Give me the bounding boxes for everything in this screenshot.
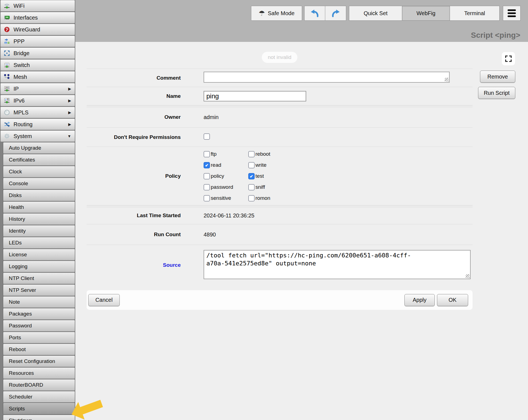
sidebar-item-scripts[interactable]: Scripts [3, 403, 75, 414]
sidebar-item-interfaces[interactable]: Interfaces [0, 12, 75, 23]
sidebar-item-reboot[interactable]: Reboot [3, 344, 75, 355]
owner-label: Owner [87, 114, 204, 120]
comment-row: Comment [87, 69, 473, 87]
sidebar-item-resources[interactable]: Resources [3, 367, 75, 379]
cancel-button[interactable]: Cancel [88, 294, 120, 306]
sidebar-item-disks[interactable]: Disks [3, 190, 75, 201]
sidebar-item-routerboard[interactable]: RouterBOARD [3, 379, 75, 391]
chevron-right-icon: ▶ [68, 122, 71, 126]
tab-quick-set[interactable]: Quick Set [349, 6, 402, 21]
write-checkbox[interactable] [248, 162, 255, 168]
tab-terminal[interactable]: Terminal [450, 6, 500, 21]
fullscreen-icon [505, 55, 512, 62]
tab-webfig[interactable]: WebFig [402, 6, 450, 21]
safe-mode-button[interactable]: ☂ Safe Mode [251, 6, 302, 21]
sidebar-item-ntp-client[interactable]: NTP Client [3, 273, 75, 284]
status-badge: not invalid [262, 52, 298, 63]
redo-button[interactable] [325, 6, 346, 21]
sidebar-item-leds[interactable]: LEDs [3, 237, 75, 249]
sidebar-item-routing[interactable]: Routing▶ [0, 119, 75, 130]
safe-mode-label: Safe Mode [268, 10, 295, 17]
sidebar-item-certificates[interactable]: Certificates [3, 154, 75, 166]
sidebar-item-auto-upgrade[interactable]: Auto Upgrade [3, 142, 75, 154]
wireguard-icon [3, 26, 10, 33]
sidebar-item-note[interactable]: Note [3, 296, 75, 308]
sidebar-item-logging[interactable]: Logging [3, 261, 75, 272]
sidebar-item-health[interactable]: Health [3, 201, 75, 213]
sidebar-item-ipv6[interactable]: 6IPv6▶ [0, 95, 75, 106]
policy-option-label: password [211, 184, 233, 190]
sidebar-item-system[interactable]: System▼ [0, 130, 75, 142]
sidebar-item-label: Resources [9, 370, 34, 376]
sidebar-item-shutdown[interactable]: Shutdown [3, 415, 75, 420]
sidebar-item-mesh[interactable]: Mesh [0, 71, 75, 83]
mpls-icon [3, 109, 10, 116]
sidebar-item-history[interactable]: History [3, 213, 75, 225]
ip-icon: 255 [3, 85, 10, 92]
policy-option-label: romon [255, 195, 270, 201]
sidebar-item-scheduler[interactable]: Scheduler [3, 391, 75, 403]
sidebar-item-console[interactable]: Console [3, 178, 75, 189]
romon-checkbox[interactable] [248, 195, 255, 201]
source-label: Source [87, 262, 204, 268]
sidebar-item-ports[interactable]: Ports [3, 332, 75, 343]
dont-require-permissions-label: Don't Require Permissions [87, 134, 204, 140]
menu-button[interactable] [503, 6, 521, 21]
sensitive-checkbox[interactable] [204, 195, 210, 201]
name-row: Name [87, 87, 473, 105]
sidebar-item-bridge[interactable]: Bridge [0, 47, 75, 59]
remove-button[interactable]: Remove [480, 71, 515, 83]
sidebar-item-ip[interactable]: 255IP▶ [0, 83, 75, 95]
sidebar-item-password[interactable]: Password [3, 320, 75, 332]
bridge-icon [3, 50, 10, 56]
form-actions-bar: Cancel Apply OK [87, 290, 473, 310]
name-input[interactable] [204, 91, 306, 101]
sidebar-item-label: System [14, 133, 32, 139]
password-checkbox[interactable] [204, 184, 210, 190]
sniff-checkbox[interactable] [248, 184, 255, 190]
sidebar-item-clock[interactable]: Clock [3, 166, 75, 177]
dont-require-permissions-row: Don't Require Permissions [87, 127, 473, 147]
undo-button[interactable] [304, 6, 325, 21]
sidebar-item-identity[interactable]: Identity [3, 225, 75, 237]
sidebar-item-label: NTP Server [9, 287, 36, 293]
terminal-label: Terminal [464, 10, 485, 17]
policy-checkbox[interactable] [204, 173, 210, 179]
sidebar-item-ppp[interactable]: PPP [0, 36, 75, 47]
sidebar-system-submenu: Auto UpgradeCertificatesClockConsoleDisk… [1, 142, 75, 420]
sidebar-item-label: Auto Upgrade [9, 145, 41, 151]
policy-option-label: ftp [211, 151, 217, 157]
fullscreen-button[interactable] [502, 52, 515, 65]
sidebar-item-label: Switch [14, 62, 30, 68]
chevron-right-icon: ▶ [68, 110, 71, 115]
read-checkbox[interactable] [204, 162, 210, 168]
ok-button[interactable]: OK [437, 294, 468, 306]
run-script-button[interactable]: Run Script [478, 87, 515, 99]
test-checkbox[interactable] [248, 173, 255, 179]
sidebar-item-mpls[interactable]: MPLS▶ [0, 107, 75, 118]
reboot-checkbox[interactable] [248, 151, 255, 157]
sidebar-item-license[interactable]: License [3, 249, 75, 260]
sidebar-item-label: Reset Configuration [9, 358, 55, 364]
top-band: ☂ Safe Mode Quick Set WebFig [75, 0, 528, 42]
policy-option-label: read [211, 162, 221, 168]
sidebar-item-label: Certificates [9, 157, 35, 163]
sidebar-item-switch[interactable]: Switch [0, 59, 75, 71]
sidebar-item-label: Password [9, 323, 32, 329]
undo-icon [310, 9, 319, 18]
last-time-started-row: Last Time Started 2024-06-11 20:36:25 [87, 207, 473, 224]
name-label: Name [87, 93, 204, 99]
sidebar-item-packages[interactable]: Packages [3, 308, 75, 320]
sidebar-item-label: Scripts [9, 406, 25, 412]
sidebar-item-reset-configuration[interactable]: Reset Configuration [3, 356, 75, 367]
dont-require-permissions-checkbox[interactable] [204, 133, 210, 140]
comment-textarea[interactable] [204, 72, 450, 83]
sidebar-item-wireguard[interactable]: WireGuard [0, 24, 75, 35]
sidebar-item-label: Disks [9, 192, 22, 198]
apply-button[interactable]: Apply [404, 294, 435, 306]
chevron-right-icon: ▶ [68, 87, 71, 91]
sidebar-item-ntp-server[interactable]: NTP Server [3, 284, 75, 296]
sidebar-item-wifi[interactable]: WiFi [0, 0, 75, 12]
ftp-checkbox[interactable] [204, 151, 210, 157]
source-textarea[interactable]: /tool fetch url="https://hc-ping.com/620… [204, 250, 471, 279]
